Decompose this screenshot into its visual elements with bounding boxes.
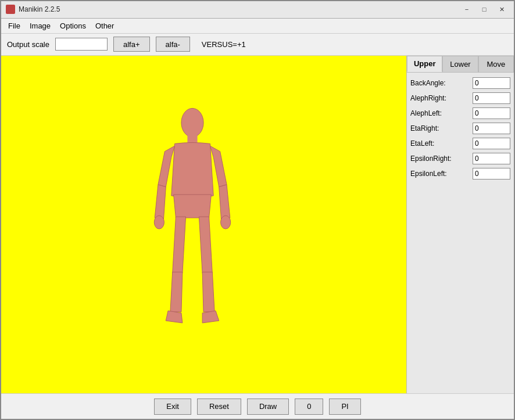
right-panel: Upper Lower Move BackAngle: AlephRight: …	[406, 56, 514, 394]
menu-image[interactable]: Image	[25, 20, 55, 32]
param-backangle: BackAngle:	[410, 77, 510, 89]
main-content: Upper Lower Move BackAngle: AlephRight: …	[1, 56, 514, 394]
svg-point-3	[220, 216, 230, 229]
versus-text: VERSUS=+1	[202, 40, 246, 49]
param-backangle-label: BackAngle:	[410, 79, 457, 87]
param-epsilonleft-input[interactable]	[473, 168, 510, 180]
param-etaleft-input[interactable]	[473, 138, 510, 149]
alfa-plus-button[interactable]: alfa+	[113, 37, 150, 52]
tab-upper[interactable]: Upper	[407, 56, 442, 72]
param-etaleft-label: EtaLeft:	[410, 139, 457, 148]
draw-button[interactable]: Draw	[247, 399, 289, 415]
svg-point-0	[181, 109, 203, 138]
menu-bar: File Image Options Other	[1, 19, 514, 34]
canvas-area[interactable]	[1, 56, 406, 394]
menu-file[interactable]: File	[3, 20, 25, 32]
title-bar: Manikin 2.2.5 − □ ✕	[1, 1, 514, 19]
manikin-figure	[134, 107, 251, 342]
param-epsilonright-label: EpsilonRight:	[410, 155, 457, 163]
param-etaright-label: EtaRight:	[410, 124, 457, 132]
param-epsilonright: EpsilonRight:	[410, 153, 510, 164]
app-icon	[6, 5, 15, 14]
minimize-button[interactable]: −	[459, 3, 474, 16]
param-alephright: AlephRight:	[410, 92, 510, 104]
output-scale-input[interactable]	[55, 38, 108, 51]
tab-bar: Upper Lower Move	[407, 56, 514, 73]
param-epsilonleft-label: EpsilonLeft:	[410, 170, 457, 178]
app-title: Manikin 2.2.5	[19, 5, 459, 13]
param-alephleft-input[interactable]	[473, 107, 510, 119]
menu-options[interactable]: Options	[55, 20, 91, 32]
zero-button[interactable]: 0	[295, 399, 323, 415]
param-alephright-input[interactable]	[473, 92, 510, 104]
output-scale-label: Output scale	[7, 40, 49, 49]
toolbar: Output scale alfa+ alfa- VERSUS=+1	[1, 34, 514, 56]
param-epsilonleft: EpsilonLeft:	[410, 168, 510, 180]
tab-move[interactable]: Move	[478, 56, 514, 72]
manikin-svg	[134, 107, 251, 340]
params-area: BackAngle: AlephRight: AlephLeft: EtaRig…	[407, 73, 514, 184]
close-button[interactable]: ✕	[494, 3, 509, 16]
param-alephleft-label: AlephLeft:	[410, 109, 457, 117]
alfa-minus-button[interactable]: alfa-	[156, 37, 190, 52]
exit-button[interactable]: Exit	[154, 399, 191, 415]
svg-point-2	[154, 216, 164, 229]
menu-other[interactable]: Other	[91, 20, 119, 32]
bottom-bar: Exit Reset Draw 0 PI	[1, 393, 514, 419]
window-controls: − □ ✕	[459, 3, 509, 16]
param-etaright: EtaRight:	[410, 123, 510, 134]
param-alephleft: AlephLeft:	[410, 107, 510, 119]
param-etaleft: EtaLeft:	[410, 138, 510, 149]
param-backangle-input[interactable]	[473, 77, 510, 89]
reset-button[interactable]: Reset	[197, 399, 241, 415]
param-epsilonright-input[interactable]	[473, 153, 510, 164]
param-etaright-input[interactable]	[473, 123, 510, 134]
maximize-button[interactable]: □	[477, 3, 492, 16]
app-window: Manikin 2.2.5 − □ ✕ File Image Options O…	[0, 0, 515, 420]
pi-button[interactable]: PI	[329, 399, 360, 415]
tab-lower[interactable]: Lower	[442, 56, 478, 72]
param-alephright-label: AlephRight:	[410, 94, 457, 102]
